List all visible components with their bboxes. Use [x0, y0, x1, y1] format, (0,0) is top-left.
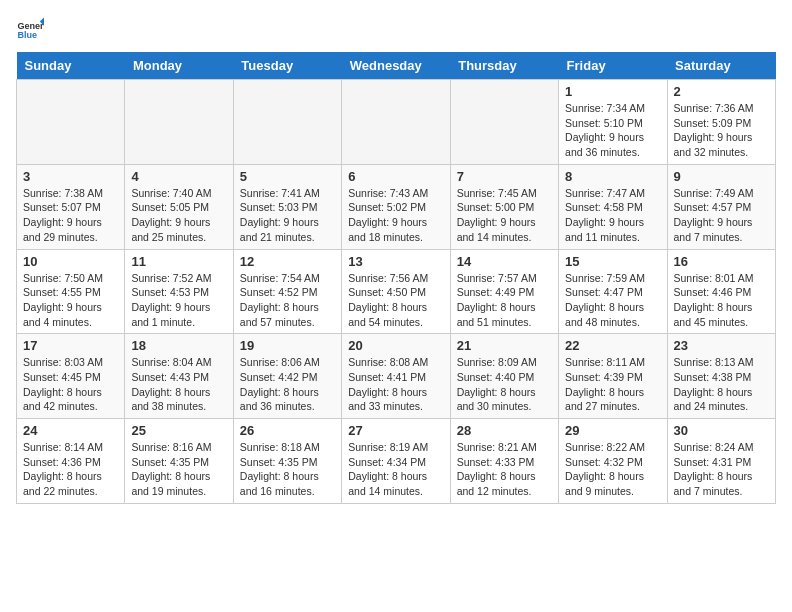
day-number: 19: [240, 338, 335, 353]
day-number: 8: [565, 169, 660, 184]
day-number: 9: [674, 169, 769, 184]
day-number: 5: [240, 169, 335, 184]
day-info: Sunrise: 7:54 AM Sunset: 4:52 PM Dayligh…: [240, 271, 335, 330]
day-number: 11: [131, 254, 226, 269]
day-number: 21: [457, 338, 552, 353]
calendar-cell: 6Sunrise: 7:43 AM Sunset: 5:02 PM Daylig…: [342, 164, 450, 249]
day-info: Sunrise: 7:57 AM Sunset: 4:49 PM Dayligh…: [457, 271, 552, 330]
calendar-cell: 27Sunrise: 8:19 AM Sunset: 4:34 PM Dayli…: [342, 419, 450, 504]
calendar-cell: 4Sunrise: 7:40 AM Sunset: 5:05 PM Daylig…: [125, 164, 233, 249]
calendar-cell: 5Sunrise: 7:41 AM Sunset: 5:03 PM Daylig…: [233, 164, 341, 249]
day-info: Sunrise: 8:24 AM Sunset: 4:31 PM Dayligh…: [674, 440, 769, 499]
day-info: Sunrise: 8:11 AM Sunset: 4:39 PM Dayligh…: [565, 355, 660, 414]
day-info: Sunrise: 7:52 AM Sunset: 4:53 PM Dayligh…: [131, 271, 226, 330]
day-number: 27: [348, 423, 443, 438]
calendar-cell: 11Sunrise: 7:52 AM Sunset: 4:53 PM Dayli…: [125, 249, 233, 334]
calendar-cell: [450, 80, 558, 165]
calendar-week-4: 17Sunrise: 8:03 AM Sunset: 4:45 PM Dayli…: [17, 334, 776, 419]
day-info: Sunrise: 7:59 AM Sunset: 4:47 PM Dayligh…: [565, 271, 660, 330]
calendar-cell: [125, 80, 233, 165]
calendar-cell: [17, 80, 125, 165]
calendar-cell: 10Sunrise: 7:50 AM Sunset: 4:55 PM Dayli…: [17, 249, 125, 334]
day-number: 10: [23, 254, 118, 269]
calendar-cell: 7Sunrise: 7:45 AM Sunset: 5:00 PM Daylig…: [450, 164, 558, 249]
calendar-week-3: 10Sunrise: 7:50 AM Sunset: 4:55 PM Dayli…: [17, 249, 776, 334]
day-number: 4: [131, 169, 226, 184]
day-number: 3: [23, 169, 118, 184]
svg-text:Blue: Blue: [17, 30, 37, 40]
day-info: Sunrise: 8:19 AM Sunset: 4:34 PM Dayligh…: [348, 440, 443, 499]
calendar-cell: 20Sunrise: 8:08 AM Sunset: 4:41 PM Dayli…: [342, 334, 450, 419]
weekday-header-sunday: Sunday: [17, 52, 125, 80]
day-number: 29: [565, 423, 660, 438]
day-number: 12: [240, 254, 335, 269]
calendar-cell: 18Sunrise: 8:04 AM Sunset: 4:43 PM Dayli…: [125, 334, 233, 419]
day-info: Sunrise: 7:56 AM Sunset: 4:50 PM Dayligh…: [348, 271, 443, 330]
day-info: Sunrise: 7:34 AM Sunset: 5:10 PM Dayligh…: [565, 101, 660, 160]
calendar-cell: 2Sunrise: 7:36 AM Sunset: 5:09 PM Daylig…: [667, 80, 775, 165]
weekday-header-monday: Monday: [125, 52, 233, 80]
day-number: 24: [23, 423, 118, 438]
day-info: Sunrise: 7:45 AM Sunset: 5:00 PM Dayligh…: [457, 186, 552, 245]
day-number: 30: [674, 423, 769, 438]
weekday-header-friday: Friday: [559, 52, 667, 80]
day-info: Sunrise: 8:09 AM Sunset: 4:40 PM Dayligh…: [457, 355, 552, 414]
calendar-cell: 1Sunrise: 7:34 AM Sunset: 5:10 PM Daylig…: [559, 80, 667, 165]
weekday-header-row: SundayMondayTuesdayWednesdayThursdayFrid…: [17, 52, 776, 80]
calendar-cell: 12Sunrise: 7:54 AM Sunset: 4:52 PM Dayli…: [233, 249, 341, 334]
day-info: Sunrise: 7:47 AM Sunset: 4:58 PM Dayligh…: [565, 186, 660, 245]
day-info: Sunrise: 8:04 AM Sunset: 4:43 PM Dayligh…: [131, 355, 226, 414]
calendar-cell: 22Sunrise: 8:11 AM Sunset: 4:39 PM Dayli…: [559, 334, 667, 419]
svg-text:General: General: [17, 21, 44, 31]
weekday-header-tuesday: Tuesday: [233, 52, 341, 80]
day-info: Sunrise: 8:03 AM Sunset: 4:45 PM Dayligh…: [23, 355, 118, 414]
calendar-cell: 17Sunrise: 8:03 AM Sunset: 4:45 PM Dayli…: [17, 334, 125, 419]
calendar-cell: 15Sunrise: 7:59 AM Sunset: 4:47 PM Dayli…: [559, 249, 667, 334]
calendar-cell: 21Sunrise: 8:09 AM Sunset: 4:40 PM Dayli…: [450, 334, 558, 419]
weekday-header-thursday: Thursday: [450, 52, 558, 80]
calendar-week-5: 24Sunrise: 8:14 AM Sunset: 4:36 PM Dayli…: [17, 419, 776, 504]
day-info: Sunrise: 7:38 AM Sunset: 5:07 PM Dayligh…: [23, 186, 118, 245]
day-number: 23: [674, 338, 769, 353]
calendar-cell: 19Sunrise: 8:06 AM Sunset: 4:42 PM Dayli…: [233, 334, 341, 419]
day-info: Sunrise: 8:22 AM Sunset: 4:32 PM Dayligh…: [565, 440, 660, 499]
calendar-cell: 14Sunrise: 7:57 AM Sunset: 4:49 PM Dayli…: [450, 249, 558, 334]
day-info: Sunrise: 7:49 AM Sunset: 4:57 PM Dayligh…: [674, 186, 769, 245]
day-info: Sunrise: 8:16 AM Sunset: 4:35 PM Dayligh…: [131, 440, 226, 499]
day-info: Sunrise: 8:01 AM Sunset: 4:46 PM Dayligh…: [674, 271, 769, 330]
day-info: Sunrise: 7:41 AM Sunset: 5:03 PM Dayligh…: [240, 186, 335, 245]
calendar-cell: 29Sunrise: 8:22 AM Sunset: 4:32 PM Dayli…: [559, 419, 667, 504]
day-info: Sunrise: 8:13 AM Sunset: 4:38 PM Dayligh…: [674, 355, 769, 414]
calendar-cell: 25Sunrise: 8:16 AM Sunset: 4:35 PM Dayli…: [125, 419, 233, 504]
day-number: 17: [23, 338, 118, 353]
day-info: Sunrise: 7:36 AM Sunset: 5:09 PM Dayligh…: [674, 101, 769, 160]
calendar-table: SundayMondayTuesdayWednesdayThursdayFrid…: [16, 52, 776, 504]
calendar-cell: 9Sunrise: 7:49 AM Sunset: 4:57 PM Daylig…: [667, 164, 775, 249]
calendar-cell: [233, 80, 341, 165]
calendar-cell: 13Sunrise: 7:56 AM Sunset: 4:50 PM Dayli…: [342, 249, 450, 334]
calendar-cell: 23Sunrise: 8:13 AM Sunset: 4:38 PM Dayli…: [667, 334, 775, 419]
calendar-cell: 26Sunrise: 8:18 AM Sunset: 4:35 PM Dayli…: [233, 419, 341, 504]
calendar-cell: [342, 80, 450, 165]
day-info: Sunrise: 8:21 AM Sunset: 4:33 PM Dayligh…: [457, 440, 552, 499]
calendar-week-2: 3Sunrise: 7:38 AM Sunset: 5:07 PM Daylig…: [17, 164, 776, 249]
calendar-cell: 8Sunrise: 7:47 AM Sunset: 4:58 PM Daylig…: [559, 164, 667, 249]
day-info: Sunrise: 7:40 AM Sunset: 5:05 PM Dayligh…: [131, 186, 226, 245]
day-number: 6: [348, 169, 443, 184]
day-number: 18: [131, 338, 226, 353]
weekday-header-saturday: Saturday: [667, 52, 775, 80]
day-number: 20: [348, 338, 443, 353]
calendar-cell: 3Sunrise: 7:38 AM Sunset: 5:07 PM Daylig…: [17, 164, 125, 249]
day-number: 15: [565, 254, 660, 269]
day-number: 13: [348, 254, 443, 269]
day-info: Sunrise: 7:43 AM Sunset: 5:02 PM Dayligh…: [348, 186, 443, 245]
day-number: 28: [457, 423, 552, 438]
calendar-cell: 16Sunrise: 8:01 AM Sunset: 4:46 PM Dayli…: [667, 249, 775, 334]
day-number: 7: [457, 169, 552, 184]
day-number: 25: [131, 423, 226, 438]
day-info: Sunrise: 8:14 AM Sunset: 4:36 PM Dayligh…: [23, 440, 118, 499]
day-number: 2: [674, 84, 769, 99]
day-info: Sunrise: 8:08 AM Sunset: 4:41 PM Dayligh…: [348, 355, 443, 414]
logo: General Blue: [16, 16, 48, 44]
day-info: Sunrise: 8:06 AM Sunset: 4:42 PM Dayligh…: [240, 355, 335, 414]
